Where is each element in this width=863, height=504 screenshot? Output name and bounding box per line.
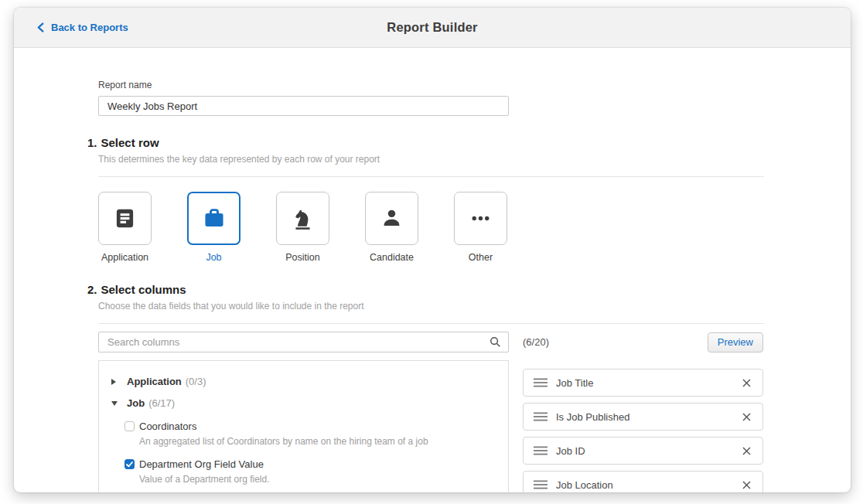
selected-columns-list: Job Title Is Job Published bbox=[523, 369, 763, 492]
select-row-title: Select row bbox=[101, 136, 159, 149]
drag-handle-icon[interactable] bbox=[534, 412, 547, 421]
report-name-block: Report name bbox=[98, 80, 851, 116]
row-card-other bbox=[454, 192, 507, 245]
remove-column-icon[interactable] bbox=[741, 479, 752, 491]
row-card-candidate bbox=[365, 192, 418, 245]
tree-group-name: Application bbox=[127, 376, 182, 387]
preview-button[interactable]: Preview bbox=[708, 332, 763, 352]
selected-columns-panel: (6/20) Preview Job Title bbox=[523, 332, 763, 492]
selected-count: (6/20) bbox=[523, 336, 549, 348]
row-card-application bbox=[98, 192, 152, 245]
tree-group-name: Job bbox=[127, 397, 145, 409]
selected-column-label: Job ID bbox=[556, 445, 585, 457]
select-columns-step-number: 2. bbox=[87, 283, 97, 296]
select-row-heading: 1. Select row bbox=[87, 136, 764, 149]
page-title: Report Builder bbox=[387, 20, 477, 35]
row-option-position[interactable]: Position bbox=[276, 192, 329, 263]
application-list-icon bbox=[112, 206, 138, 231]
tree-item-label: Coordinators bbox=[139, 421, 196, 432]
drag-handle-icon[interactable] bbox=[534, 446, 547, 455]
tree-item-department-org-field-value: Department Org Field Value Value of a De… bbox=[125, 458, 508, 485]
row-option-job[interactable]: Job bbox=[187, 192, 240, 263]
header-bar: Back to Reports Report Builder bbox=[14, 8, 851, 48]
row-card-job bbox=[187, 192, 240, 245]
drag-handle-icon[interactable] bbox=[534, 480, 547, 489]
columns-tree: Application (0/3) Job (6/17) Coordinator… bbox=[98, 360, 509, 492]
remove-column-icon[interactable] bbox=[741, 377, 752, 389]
selected-column-label: Job Location bbox=[556, 479, 613, 491]
chevron-right-icon bbox=[111, 379, 121, 385]
select-columns-section: 2. Select columns Choose the data fields… bbox=[98, 283, 764, 324]
selected-column-job-title[interactable]: Job Title bbox=[523, 369, 763, 397]
person-icon bbox=[379, 206, 404, 231]
report-builder-window: Back to Reports Report Builder Report na… bbox=[14, 8, 851, 492]
select-row-subtitle: This determines the key data represented… bbox=[98, 154, 764, 165]
tree-group-application[interactable]: Application (0/3) bbox=[99, 366, 508, 387]
select-row-step-number: 1. bbox=[87, 136, 97, 149]
row-card-position bbox=[276, 192, 329, 245]
back-chevron-icon bbox=[37, 22, 44, 32]
selected-column-label: Is Job Published bbox=[556, 411, 629, 423]
selected-column-label: Job Title bbox=[556, 377, 593, 389]
section-divider bbox=[98, 323, 764, 324]
chevron-down-icon bbox=[111, 401, 121, 406]
tree-group-count: (0/3) bbox=[186, 376, 206, 387]
tree-item-description: An aggregated list of Coordinators by na… bbox=[139, 436, 508, 447]
row-label-candidate: Candidate bbox=[365, 252, 418, 263]
columns-picker-panel: Application (0/3) Job (6/17) Coordinator… bbox=[98, 332, 509, 492]
drag-handle-icon[interactable] bbox=[534, 378, 547, 387]
remove-column-icon[interactable] bbox=[741, 411, 752, 423]
search-icon bbox=[489, 336, 501, 351]
selected-column-job-location[interactable]: Job Location bbox=[523, 471, 763, 492]
remove-column-icon[interactable] bbox=[741, 445, 752, 457]
department-org-field-value-checkbox[interactable] bbox=[125, 459, 135, 469]
row-option-candidate[interactable]: Candidate bbox=[365, 192, 418, 263]
ellipsis-icon bbox=[468, 206, 493, 231]
row-option-application[interactable]: Application bbox=[98, 192, 152, 263]
row-type-options: Application Job Position bbox=[98, 192, 508, 263]
back-to-reports-link[interactable]: Back to Reports bbox=[37, 8, 128, 47]
tree-item-description: Value of a Department org field. bbox=[139, 474, 508, 485]
select-columns-title: Select columns bbox=[101, 283, 186, 296]
row-label-application: Application bbox=[98, 252, 152, 263]
select-row-section: 1. Select row This determines the key da… bbox=[98, 136, 764, 177]
report-name-label: Report name bbox=[98, 80, 851, 90]
tree-item-coordinators: Coordinators An aggregated list of Coord… bbox=[125, 421, 508, 447]
report-name-input[interactable] bbox=[98, 96, 509, 116]
row-label-job: Job bbox=[187, 252, 240, 263]
selected-column-is-job-published[interactable]: Is Job Published bbox=[523, 403, 763, 431]
chess-knight-icon bbox=[290, 206, 316, 231]
row-option-other[interactable]: Other bbox=[454, 192, 507, 263]
select-columns-heading: 2. Select columns bbox=[87, 283, 764, 296]
row-label-position: Position bbox=[276, 252, 329, 263]
coordinators-checkbox[interactable] bbox=[125, 421, 135, 431]
select-columns-subtitle: Choose the data fields that you would li… bbox=[98, 301, 764, 312]
section-divider bbox=[98, 176, 764, 177]
briefcase-icon bbox=[201, 206, 227, 232]
tree-group-count: (6/17) bbox=[148, 397, 175, 409]
row-label-other: Other bbox=[454, 252, 507, 263]
tree-item-label: Department Org Field Value bbox=[139, 458, 264, 470]
search-columns-input[interactable] bbox=[98, 332, 509, 352]
tree-group-job[interactable]: Job (6/17) bbox=[99, 387, 508, 409]
back-label: Back to Reports bbox=[51, 22, 128, 33]
selected-column-job-id[interactable]: Job ID bbox=[523, 437, 763, 465]
